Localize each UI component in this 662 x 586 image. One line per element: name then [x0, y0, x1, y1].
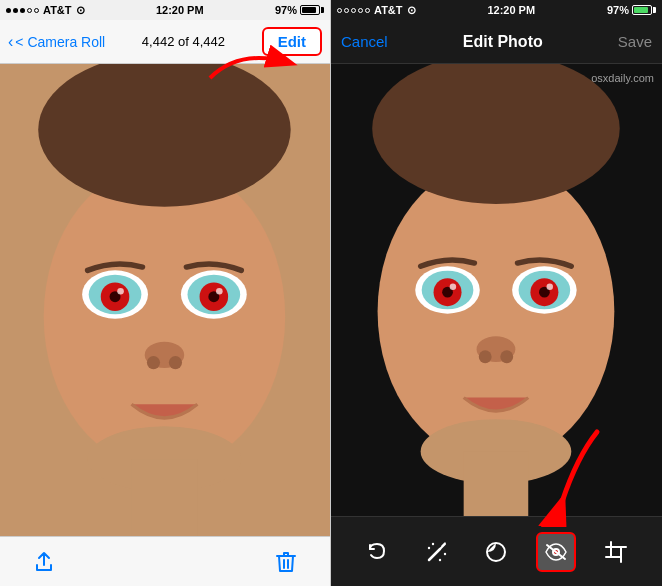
left-back-button[interactable]: ‹ < Camera Roll: [8, 33, 105, 51]
right-signal-dot-5: [365, 8, 370, 13]
magic-wand-icon: [426, 541, 448, 563]
right-nav-bar: Cancel Edit Photo Save: [331, 20, 662, 64]
left-carrier: AT&T: [43, 4, 72, 16]
left-status-bar: AT&T ⊙ 12:20 PM 97%: [0, 0, 330, 20]
right-battery-tip: [653, 7, 656, 13]
right-photo-svg: [331, 64, 662, 516]
right-adjust-button[interactable]: [476, 532, 516, 572]
undo-icon: [366, 541, 388, 563]
svg-line-42: [429, 549, 440, 560]
left-status-left: AT&T ⊙: [6, 4, 85, 17]
left-arrow-svg: [200, 38, 310, 88]
svg-point-14: [216, 288, 223, 295]
left-time: 12:20 PM: [156, 4, 204, 16]
left-battery-tip: [321, 7, 324, 13]
signal-dot-1: [6, 8, 11, 13]
svg-point-3: [44, 163, 285, 470]
svg-point-38: [500, 350, 513, 363]
left-chevron-icon: ‹: [8, 33, 13, 51]
right-battery-icon: [632, 5, 656, 15]
left-battery-icon: [300, 5, 324, 15]
signal-dot-2: [13, 8, 18, 13]
left-back-label: < Camera Roll: [15, 34, 105, 50]
right-signal-dot-3: [351, 8, 356, 13]
right-wifi-icon: ⊙: [407, 4, 416, 17]
svg-point-37: [479, 350, 492, 363]
left-arrow: [200, 38, 310, 88]
left-photo-svg: [0, 64, 330, 536]
right-battery-percent: 97%: [607, 4, 629, 16]
right-photo-area: osxdaily.com: [331, 64, 662, 516]
right-cancel-button[interactable]: Cancel: [341, 33, 388, 50]
left-wifi-icon: ⊙: [76, 4, 85, 17]
eye-icon: [545, 543, 567, 561]
right-battery-body: [632, 5, 652, 15]
signal-dot-5: [34, 8, 39, 13]
signal-dot-4: [27, 8, 32, 13]
left-delete-button[interactable]: [266, 542, 306, 582]
right-battery-fill: [634, 7, 648, 13]
signal-dot-3: [20, 8, 25, 13]
trash-icon: [276, 551, 296, 573]
right-nav-title: Edit Photo: [463, 33, 543, 51]
left-toolbar: [0, 536, 330, 586]
left-battery-fill: [302, 7, 316, 13]
right-signal-dots: [337, 8, 370, 13]
right-undo-button[interactable]: [357, 532, 397, 572]
right-signal-dot-2: [344, 8, 349, 13]
svg-point-47: [443, 552, 445, 554]
right-status-bar: AT&T ⊙ 12:20 PM 97%: [331, 0, 662, 20]
adjust-icon: [485, 541, 507, 563]
right-signal-dot-4: [358, 8, 363, 13]
right-panel: AT&T ⊙ 12:20 PM 97% Cancel Edit Photo Sa…: [331, 0, 662, 586]
watermark: osxdaily.com: [591, 72, 654, 84]
left-panel: AT&T ⊙ 12:20 PM 97% ‹ < Camera Roll 4,44…: [0, 0, 331, 586]
right-battery-area: 97%: [607, 4, 656, 16]
right-signal-dot-1: [337, 8, 342, 13]
svg-point-35: [547, 284, 553, 290]
right-carrier: AT&T: [374, 4, 403, 16]
left-battery-body: [300, 5, 320, 15]
svg-point-49: [487, 543, 505, 561]
right-magic-button[interactable]: [417, 532, 457, 572]
left-signal-dots: [6, 8, 39, 13]
left-share-button[interactable]: [24, 542, 64, 582]
crop-icon: [605, 541, 627, 563]
share-icon: [33, 551, 55, 573]
right-status-left: AT&T ⊙: [337, 4, 416, 17]
svg-point-16: [147, 356, 160, 369]
svg-point-45: [431, 542, 433, 544]
right-time: 12:20 PM: [487, 4, 535, 16]
left-battery-area: 97%: [275, 4, 324, 16]
svg-rect-19: [132, 459, 198, 536]
right-crop-button[interactable]: [596, 532, 636, 572]
right-toolbar: [331, 516, 662, 586]
svg-point-34: [450, 284, 456, 290]
left-photo-area: [0, 64, 330, 536]
svg-point-48: [438, 558, 440, 560]
left-battery-percent: 97%: [275, 4, 297, 16]
svg-point-17: [169, 356, 182, 369]
right-redeye-button[interactable]: [536, 532, 576, 572]
svg-point-13: [117, 288, 124, 295]
right-arrow: [517, 427, 607, 531]
svg-point-46: [427, 546, 429, 548]
svg-point-24: [378, 161, 615, 462]
right-arrow-svg: [517, 427, 607, 527]
right-save-button[interactable]: Save: [618, 33, 652, 50]
